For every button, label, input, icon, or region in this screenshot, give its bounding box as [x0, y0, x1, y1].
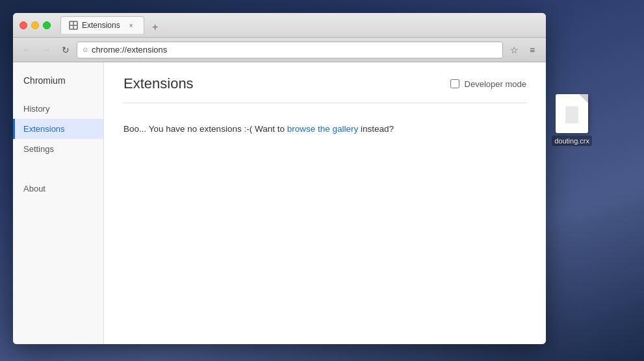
crx-file-icon [556, 94, 588, 133]
address-input[interactable] [92, 45, 497, 55]
developer-mode-label: Developer mode [465, 79, 526, 89]
sidebar-item-settings[interactable]: Settings [13, 139, 103, 159]
back-button[interactable]: ← [18, 42, 35, 58]
empty-message-prefix: Boo... You have no extensions :-( [123, 124, 252, 134]
sidebar-item-extensions[interactable]: Extensions [13, 119, 103, 139]
svg-rect-3 [74, 26, 77, 29]
empty-message-middle: Want to [255, 124, 287, 134]
tab-bar: Extensions × + [60, 16, 539, 34]
minimize-button[interactable] [31, 21, 39, 29]
svg-rect-2 [70, 26, 73, 29]
sidebar: Chromium History Extensions Settings Abo… [13, 62, 104, 344]
sidebar-item-about[interactable]: About [13, 179, 103, 199]
empty-state: Boo... You have no extensions :-( Want t… [123, 123, 526, 136]
page-title: Extensions [123, 75, 194, 92]
title-bar: Extensions × + [13, 13, 546, 38]
tab-extensions-icon [69, 21, 78, 30]
browse-gallery-link[interactable]: browse the gallery [287, 124, 359, 134]
empty-message-suffix: instead? [361, 124, 394, 134]
svg-rect-0 [70, 22, 73, 25]
main-panel: Extensions Developer mode Boo... You hav… [104, 62, 546, 344]
developer-mode-control[interactable]: Developer mode [450, 79, 526, 89]
reload-button[interactable]: ↻ [57, 42, 74, 58]
page-header: Extensions Developer mode [123, 75, 526, 103]
navigation-bar: ← → ↻ ⊙ ☆ ≡ [13, 38, 546, 62]
bookmark-button[interactable]: ☆ [506, 42, 522, 58]
sidebar-gap [13, 159, 103, 179]
content-area: Chromium History Extensions Settings Abo… [13, 62, 546, 344]
maximize-button[interactable] [43, 21, 51, 29]
developer-mode-checkbox[interactable] [450, 79, 459, 88]
sidebar-item-history[interactable]: History [13, 99, 103, 119]
desktop-file-icon[interactable]: douting.crx [552, 94, 592, 146]
file-icon-inner [565, 106, 578, 123]
address-bar[interactable]: ⊙ [77, 42, 503, 58]
file-name-label: douting.crx [552, 136, 592, 146]
tab-title: Extensions [82, 21, 120, 30]
svg-rect-1 [74, 22, 77, 25]
browser-window: Extensions × + ← → ↻ ⊙ ☆ ≡ [13, 13, 546, 344]
traffic-lights [19, 21, 51, 29]
tab-extensions[interactable]: Extensions × [60, 16, 144, 34]
menu-button[interactable]: ≡ [524, 42, 541, 58]
forward-button[interactable]: → [38, 42, 55, 58]
sidebar-brand: Chromium [13, 75, 103, 99]
lock-icon: ⊙ [83, 46, 88, 53]
sidebar-nav: History Extensions Settings About [13, 99, 103, 199]
tab-close-button[interactable]: × [127, 21, 136, 30]
nav-actions: ☆ ≡ [506, 42, 541, 58]
new-tab-button[interactable]: + [147, 21, 164, 34]
close-button[interactable] [19, 21, 27, 29]
